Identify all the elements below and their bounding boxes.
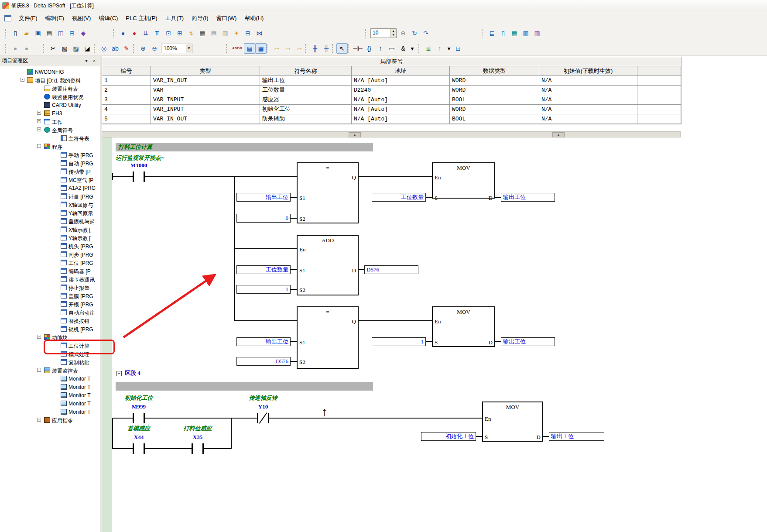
function-block-MOV-5[interactable]: MOVEnSD <box>482 402 543 442</box>
zoom-out-button[interactable]: ⊖ <box>149 43 160 54</box>
download-to-plc-button[interactable]: ⇊ <box>140 28 151 38</box>
password-button[interactable]: ✦ <box>231 28 242 38</box>
collapse-icon[interactable]: - <box>37 144 41 148</box>
tree-item-17[interactable]: Y轴回原示 <box>0 209 100 217</box>
panel-splitter[interactable] <box>100 55 102 532</box>
column-header[interactable]: 类型 <box>151 66 260 76</box>
tree-item-35[interactable]: 复制粘贴 <box>0 358 100 366</box>
tree-item-32[interactable]: -功能块 <box>0 333 100 341</box>
copy-button[interactable]: ▧ <box>59 43 70 54</box>
table-cell[interactable]: VAR_INPUT <box>151 95 260 105</box>
close-icon[interactable]: × <box>90 57 98 65</box>
expand-icon[interactable]: + <box>37 119 41 123</box>
table-cell[interactable]: 4 <box>102 105 151 114</box>
function-block-MOV-4[interactable]: MOVEnSD <box>432 306 495 347</box>
network-comment-bar[interactable]: 打料工位计算 <box>116 143 373 151</box>
tree-item-11[interactable]: 自动 [PRG <box>0 159 100 167</box>
tree-item-25[interactable]: 读卡器通讯 <box>0 275 100 283</box>
function-block-MOV-1[interactable]: MOVEnSD <box>432 162 495 199</box>
table-cell[interactable] <box>637 114 681 124</box>
table-cell[interactable]: WORD <box>450 86 539 95</box>
operand-box[interactable]: D576 <box>236 357 291 366</box>
table-editor-splitter[interactable]: ▲ ▲ <box>102 131 681 137</box>
delete-button[interactable]: ◪ <box>82 43 93 54</box>
tree-item-2[interactable]: 装置注释表 <box>0 84 100 93</box>
function-block-=-3[interactable]: =S1S2Q <box>297 306 359 369</box>
tree-item-21[interactable]: 机头 [PRG <box>0 242 100 250</box>
element-type-dropdown[interactable]: ▾ <box>409 43 416 54</box>
network-disable-button[interactable]: ▱ <box>282 43 294 54</box>
search-button[interactable]: ◎ <box>98 43 110 54</box>
collapse-up-icon[interactable]: ▲ <box>349 132 361 137</box>
open-file-button[interactable]: ▰ <box>21 28 32 38</box>
table-cell[interactable]: 感应器 <box>260 95 352 105</box>
tree-item-15[interactable]: 计量 [PRG <box>0 192 100 200</box>
goto-network-button[interactable]: ⊡ <box>452 43 464 54</box>
spin-down-icon[interactable]: ▾ <box>390 33 396 37</box>
table-cell[interactable]: BOOL <box>450 95 539 105</box>
contact-M1000[interactable] <box>133 172 145 182</box>
simulator-stop-button[interactable]: ● <box>129 28 140 38</box>
zoom-in-button[interactable]: ⊕ <box>137 43 149 54</box>
tree-item-34[interactable]: 模式处理 <box>0 350 100 358</box>
tree-item-37[interactable]: Monitor T <box>0 374 100 383</box>
table-cell[interactable]: N/A [Auto] <box>352 114 450 124</box>
column-header[interactable]: 初始值(下载时生效) <box>539 66 637 76</box>
menu-item-0[interactable]: 文件(F) <box>15 13 41 24</box>
tree-item-5[interactable]: +EH3 <box>0 109 100 117</box>
pin-icon[interactable]: ▾ <box>82 57 90 65</box>
table-cell[interactable]: N/A <box>539 105 637 114</box>
table-cell[interactable]: VAR <box>151 86 260 95</box>
ladder-editor[interactable]: 打料工位计算运行监视常开接点~M1000M999初始化工位Y10传递轴反转X44… <box>102 137 767 532</box>
move-network-up-button[interactable]: ↑ <box>434 43 445 54</box>
online-monitor-button[interactable]: ⊡ <box>163 28 174 38</box>
tree-item-20[interactable]: Y轴示教 [ <box>0 233 100 242</box>
column-header[interactable]: 数据类型 <box>450 66 539 76</box>
menu-item-3[interactable]: 编译(C) <box>95 13 122 24</box>
expand-icon[interactable]: + <box>37 418 41 422</box>
tree-item-13[interactable]: MC空气 [P <box>0 175 100 184</box>
table-cell[interactable]: 工位数量 <box>260 86 352 95</box>
operand-box[interactable]: 0 <box>236 214 291 223</box>
contact-X44[interactable] <box>133 443 145 454</box>
memory-button[interactable]: ⊟ <box>242 28 253 38</box>
tree-item-36[interactable]: -装置监控表 <box>0 366 100 374</box>
column-header[interactable]: 地址 <box>352 66 450 76</box>
communication-button[interactable]: ⋈ <box>253 28 265 38</box>
tree-item-33[interactable]: 工位计算 <box>0 341 100 350</box>
screen-capture-button[interactable]: ▦ <box>509 28 520 38</box>
section-collapse-toggle[interactable]: − <box>116 371 122 376</box>
device-monitor-table-button[interactable]: ⊑ <box>486 28 497 38</box>
operand-box[interactable]: 输出工位 <box>236 193 291 202</box>
table-cell[interactable] <box>637 95 681 105</box>
table-cell[interactable]: WORD <box>450 105 539 114</box>
network-comment-button[interactable]: ▱ <box>294 43 305 54</box>
collapse-icon[interactable]: - <box>37 368 41 372</box>
menu-item-2[interactable]: 视图(V) <box>68 13 95 24</box>
system-log-button[interactable]: ▥ <box>219 28 231 38</box>
network-comment-bar[interactable] <box>116 382 373 391</box>
tree-item-27[interactable]: 盖膜 [PRG <box>0 292 100 300</box>
operand-box[interactable]: 输出工位 <box>236 337 291 346</box>
tree-item-7[interactable]: -全局符号 <box>0 126 100 134</box>
tree-item-6[interactable]: +工作 <box>0 117 100 126</box>
symbol-view-button[interactable]: ▦ <box>255 43 267 54</box>
monitor-rows-spinner-value[interactable]: 10 <box>371 29 390 38</box>
operand-box[interactable]: 输出工位 <box>501 193 555 202</box>
collapse-up-icon-2[interactable]: ▲ <box>552 132 565 137</box>
tree-item-40[interactable]: Monitor T <box>0 399 100 408</box>
operand-box[interactable]: 工位数量 <box>236 265 291 274</box>
table-cell[interactable]: N/A <box>539 76 637 86</box>
spin-up-icon[interactable]: ▴ <box>390 29 396 33</box>
table-cell[interactable]: VAR_INPUT <box>151 105 260 114</box>
table-cell[interactable]: 初始化工位 <box>260 105 352 114</box>
selection-mode-button[interactable]: ↖ <box>336 43 348 54</box>
menu-item-6[interactable]: 向导(I) <box>188 13 212 24</box>
contact-Y10[interactable] <box>257 413 269 423</box>
tree-item-14[interactable]: A1A2 [PRG <box>0 184 100 192</box>
table-cell[interactable]: 防呆辅助 <box>260 114 352 124</box>
ram-view-button[interactable]: ▯ <box>497 28 509 38</box>
find-replace-button[interactable]: ab <box>110 43 121 54</box>
table-cell[interactable]: N/A <box>539 95 637 105</box>
function-block-=-0[interactable]: =S1S2Q <box>297 162 359 223</box>
